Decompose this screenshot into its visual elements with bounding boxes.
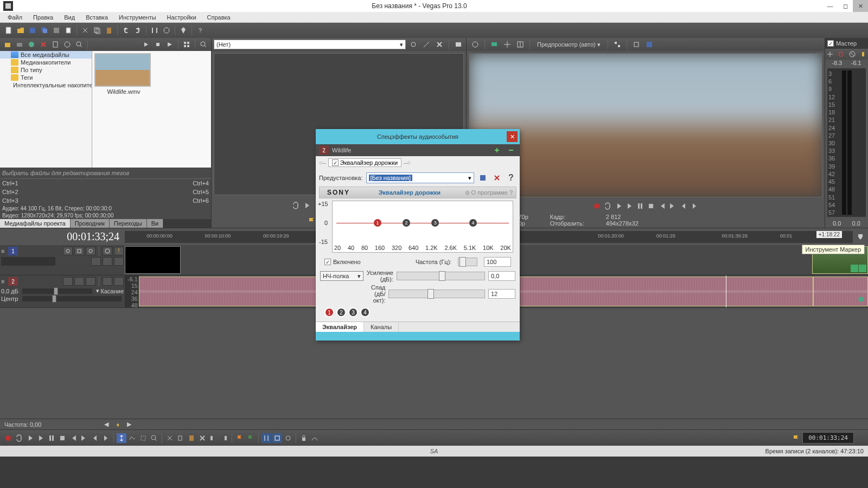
go-end-icon[interactable] <box>79 433 89 443</box>
help-icon[interactable]: ? <box>195 25 206 36</box>
preview-fx-icon[interactable] <box>502 39 513 50</box>
stop-preview-icon[interactable] <box>152 39 163 50</box>
go-end-icon[interactable] <box>668 201 678 211</box>
master-mute-icon[interactable] <box>847 49 857 60</box>
make-parent-icon[interactable] <box>103 257 112 266</box>
track-automation-icon[interactable] <box>86 247 95 255</box>
tab-equalizer[interactable]: Эквалайзер <box>316 322 364 332</box>
trimmer-fx-icon[interactable] <box>408 39 419 50</box>
cut-icon[interactable] <box>165 433 175 443</box>
eq-band-4-handle[interactable]: 4 <box>469 219 477 227</box>
master-dim-icon[interactable] <box>859 49 869 60</box>
media-properties-icon[interactable] <box>50 39 61 50</box>
media-fx-icon[interactable] <box>62 39 73 50</box>
redo-icon[interactable] <box>132 25 143 36</box>
next-frame-icon[interactable] <box>101 433 111 443</box>
audio-clip[interactable] <box>813 277 868 306</box>
zoom-icon[interactable] <box>198 39 209 50</box>
timeline-position[interactable]: 00:01:33;24 <box>67 230 119 243</box>
eq-band-2-handle[interactable]: 2 <box>403 219 410 227</box>
track-mute-icon[interactable] <box>103 277 112 286</box>
menu-options[interactable]: Настройки <box>162 13 202 22</box>
track-mute-icon[interactable] <box>103 247 112 255</box>
chain-remove-icon[interactable] <box>506 145 516 156</box>
tab-video-fx[interactable]: Ви <box>147 219 163 228</box>
band-tab-3[interactable]: 3 <box>348 307 358 317</box>
pan-slider[interactable] <box>22 296 122 301</box>
prev-frame-icon[interactable] <box>90 433 100 443</box>
menu-edit[interactable]: Правка <box>28 13 59 22</box>
video-clip[interactable] <box>125 246 181 274</box>
playhead[interactable] <box>726 275 726 307</box>
eq-band-1-handle[interactable]: 1 <box>374 219 381 227</box>
preview-split-icon[interactable] <box>515 39 526 50</box>
record-icon[interactable] <box>592 201 602 211</box>
track-fx-icon[interactable] <box>63 277 73 286</box>
region-flag-icon[interactable] <box>246 433 256 443</box>
tab-explorer[interactable]: Проводник <box>71 219 110 228</box>
snap-enable-icon[interactable] <box>261 433 271 443</box>
master-fx-icon[interactable] <box>825 49 835 60</box>
clip-fx-icon[interactable] <box>851 265 858 272</box>
prev-frame-icon[interactable] <box>679 201 688 211</box>
filter-type-combo[interactable]: НЧ-полка▾ <box>320 271 363 281</box>
trimmer-tool-icon[interactable] <box>421 39 432 50</box>
fx-enable-checkbox[interactable]: ✓ <box>332 159 339 166</box>
paste-icon[interactable] <box>187 433 196 443</box>
envelope-tool-icon[interactable] <box>127 433 137 443</box>
get-media-icon[interactable] <box>26 39 37 50</box>
start-preview-icon[interactable] <box>141 39 151 50</box>
go-start-icon[interactable] <box>68 433 78 443</box>
preview-viewport[interactable] <box>469 53 822 197</box>
cut-icon[interactable] <box>80 25 91 36</box>
tree-by-type[interactable]: По типу <box>0 66 92 74</box>
normal-edit-tool-icon[interactable] <box>117 433 126 443</box>
pause-icon[interactable] <box>635 201 645 211</box>
loop-icon[interactable] <box>603 201 612 211</box>
help-icon[interactable]: ? <box>506 172 516 183</box>
audio-track-header[interactable]: ≡ 2 0,0 дБ ▾ Касание <box>0 275 125 307</box>
about-link[interactable]: ⊘О программе ? <box>462 189 516 196</box>
trimmer-display-icon[interactable] <box>453 39 464 50</box>
dialog-titlebar[interactable]: Спецэффекты аудиособытия ✕ <box>316 129 520 144</box>
play-icon[interactable] <box>624 201 634 211</box>
auto-ripple-icon[interactable] <box>283 433 293 443</box>
preset-combo[interactable]: [Без названия]▾ <box>366 172 475 183</box>
pause-icon[interactable] <box>47 433 56 443</box>
render-icon[interactable] <box>51 25 62 36</box>
selection-tool-icon[interactable] <box>138 433 148 443</box>
save-icon[interactable] <box>27 25 38 36</box>
views-icon[interactable] <box>181 39 192 50</box>
minimize-button[interactable]: — <box>822 0 838 12</box>
track-fx-icon[interactable] <box>63 247 73 255</box>
search-icon[interactable] <box>74 39 85 50</box>
bottom-timecode[interactable]: 00:01:33;24 <box>802 432 854 444</box>
tab-channels[interactable]: Каналы <box>364 322 399 332</box>
menu-tools[interactable]: Инструменты <box>113 13 162 22</box>
touch-label[interactable]: Касание <box>101 288 124 294</box>
zoom-tool-icon[interactable] <box>149 433 159 443</box>
dialog-close-button[interactable]: ✕ <box>507 131 518 142</box>
checkbox-icon[interactable]: ✓ <box>827 40 834 47</box>
gain-slider[interactable] <box>397 272 485 280</box>
tree-tags[interactable]: Теги <box>0 74 92 81</box>
trim-end-icon[interactable] <box>219 433 229 443</box>
freq-slider[interactable] <box>458 258 477 266</box>
stop-icon[interactable] <box>58 433 67 443</box>
play-start-icon[interactable] <box>302 201 311 210</box>
loop-icon[interactable] <box>14 433 24 443</box>
next-frame-icon[interactable] <box>690 201 699 211</box>
eq-graph[interactable]: 1 2 3 4 2040801603206401.2K2.6K5.1K10K20… <box>332 201 513 253</box>
clip-pan-icon[interactable] <box>859 265 866 272</box>
capture-icon[interactable] <box>14 39 25 50</box>
track-motion-icon[interactable] <box>74 247 84 255</box>
remove-icon[interactable] <box>38 39 49 50</box>
tree-smart-bins[interactable]: Интеллектуальные накопители <box>0 81 92 89</box>
scrub-rev-icon[interactable]: ◀ <box>101 419 112 430</box>
eq-band-3-handle[interactable]: 3 <box>431 219 439 227</box>
volume-slider[interactable] <box>22 288 92 294</box>
import-icon[interactable] <box>2 39 13 50</box>
play-start-icon[interactable] <box>25 433 35 443</box>
menu-view[interactable]: Вид <box>59 13 80 22</box>
track-solo-icon[interactable]: ! <box>114 247 124 255</box>
